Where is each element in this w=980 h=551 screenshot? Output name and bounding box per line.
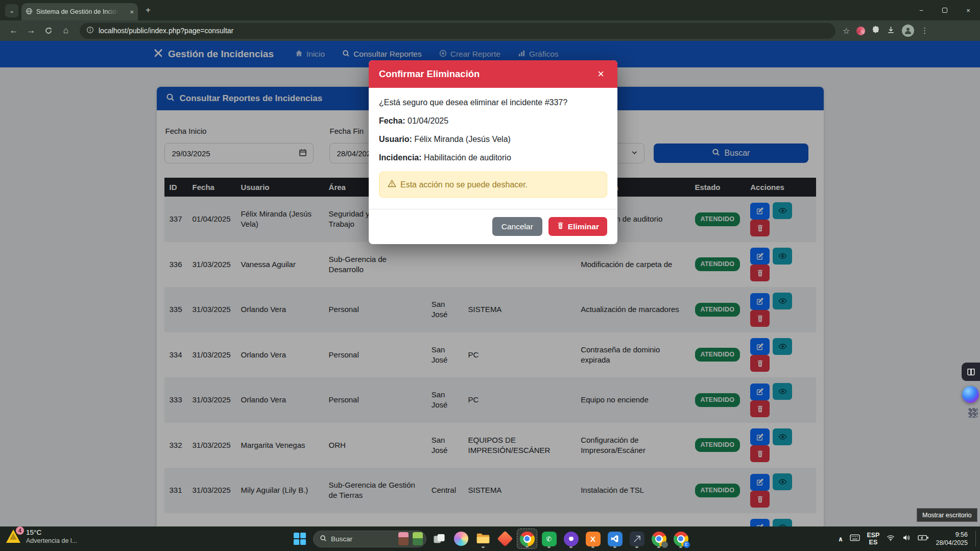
tab-close-icon[interactable]: × xyxy=(130,8,134,16)
app-diamond-icon xyxy=(499,533,511,544)
forward-icon[interactable]: → xyxy=(22,22,40,39)
profile-avatar[interactable] xyxy=(902,25,914,37)
tab-search-chevron-icon[interactable]: ⌄ xyxy=(5,4,18,17)
warning-icon xyxy=(388,179,396,190)
taskbar-search[interactable]: Buscar xyxy=(313,531,426,547)
screen: ⌄ Sistema de Gestión de Incidencias × + … xyxy=(0,0,980,551)
github-icon xyxy=(564,532,579,546)
warning-text: Esta acción no se puede deshacer. xyxy=(400,180,528,189)
back-icon[interactable]: ← xyxy=(5,22,22,39)
weather-temp: 15°C xyxy=(26,529,77,537)
window-close-button[interactable]: × xyxy=(957,0,980,20)
bookmark-star-icon[interactable]: ☆ xyxy=(843,26,850,36)
task-view-icon xyxy=(433,532,446,545)
file-explorer-taskbar-button[interactable] xyxy=(473,529,493,549)
weather-badge: 4 xyxy=(16,526,24,535)
whatsapp-icon: ✆ xyxy=(542,532,557,546)
show-desktop-button[interactable] xyxy=(975,531,976,546)
browser-toolbar: ← → ⌂ localhost/public/index.php?page=co… xyxy=(0,20,980,41)
edge-floating-widgets xyxy=(962,363,980,418)
file-explorer-icon xyxy=(476,532,490,546)
window-minimize-button[interactable]: − xyxy=(910,0,933,20)
mini-widget-icon[interactable] xyxy=(968,408,978,418)
chrome-profile2-taskbar-button[interactable]: E xyxy=(671,529,691,549)
browser-menu-icon[interactable]: ⋮ xyxy=(921,26,928,35)
taskbar-search-label: Buscar xyxy=(331,535,352,543)
widgets-taskbar-button[interactable] xyxy=(451,529,471,549)
tab-strip: ⌄ Sistema de Gestión de Incidencias × + … xyxy=(0,0,980,20)
dev-tool-taskbar-button[interactable] xyxy=(627,529,647,549)
search-icon xyxy=(320,535,327,543)
vscode-taskbar-button[interactable] xyxy=(605,529,625,549)
clock[interactable]: 9:5628/04/2025 xyxy=(936,531,968,547)
extensions-puzzle-icon[interactable] xyxy=(872,26,880,36)
reload-icon[interactable] xyxy=(40,22,57,39)
modal-question: ¿Está seguro que desea eliminar el incid… xyxy=(379,98,607,107)
browser-tab[interactable]: Sistema de Gestión de Incidencias × xyxy=(21,3,138,20)
confirm-delete-modal: Confirmar Eliminación × ¿Está seguro que… xyxy=(369,60,617,244)
weather-widget[interactable]: 4 15°C Advertencia de l... xyxy=(5,529,77,544)
modal-incidencia-row: Incidencia: Habilitación de auditorio xyxy=(379,153,607,162)
modal-close-icon[interactable]: × xyxy=(594,68,607,80)
touch-keyboard-icon[interactable] xyxy=(850,534,860,543)
chrome-profile2-icon: E xyxy=(674,532,688,546)
url-text: localhost/public/index.php?page=consulta… xyxy=(99,27,233,35)
chrome-profile-icon xyxy=(652,532,666,546)
chrome-taskbar-button[interactable] xyxy=(517,529,537,549)
warning-box: Esta acción no se puede deshacer. xyxy=(379,172,607,198)
cancel-button[interactable]: Cancelar xyxy=(492,217,542,236)
extension-colored-icon[interactable] xyxy=(856,27,865,35)
weather-alert: Advertencia de l... xyxy=(26,537,77,544)
modal-header: Confirmar Eliminación × xyxy=(369,60,617,88)
modal-fecha-row: Fecha: 01/04/2025 xyxy=(379,116,607,126)
delete-button[interactable]: Eliminar xyxy=(548,217,607,236)
weather-warning-icon: 4 xyxy=(5,529,21,544)
task-view-taskbar-button[interactable] xyxy=(429,529,449,549)
xampp-icon: X xyxy=(586,532,601,546)
modal-title: Confirmar Eliminación xyxy=(379,68,480,80)
taskbar: 4 15°C Advertencia de l... Buscar ✆XE ∧ … xyxy=(0,526,980,551)
tab-title: Sistema de Gestión de Incidencias xyxy=(36,8,118,15)
widgets-icon xyxy=(454,532,468,546)
tray-chevron-icon[interactable]: ∧ xyxy=(838,535,844,543)
battery-icon[interactable] xyxy=(918,534,929,543)
search-highlight-image[interactable] xyxy=(398,532,409,545)
url-bar[interactable]: localhost/public/index.php?page=consulta… xyxy=(80,23,835,39)
chrome-icon xyxy=(520,532,535,546)
modal-usuario-row: Usuario: Félix Miranda (Jesús Vela) xyxy=(379,135,607,144)
volume-icon[interactable] xyxy=(902,534,911,544)
vscode-icon xyxy=(608,532,623,546)
github-taskbar-button[interactable] xyxy=(561,529,581,549)
chrome-profile-taskbar-button[interactable] xyxy=(649,529,669,549)
downloads-icon[interactable] xyxy=(887,26,895,36)
site-info-icon[interactable] xyxy=(86,26,94,35)
new-tab-button[interactable]: + xyxy=(146,5,151,15)
whatsapp-taskbar-button[interactable]: ✆ xyxy=(539,529,559,549)
globe-icon xyxy=(26,8,33,16)
start-button[interactable] xyxy=(289,529,310,549)
app-diamond-taskbar-button[interactable] xyxy=(495,529,515,549)
xampp-taskbar-button[interactable]: X xyxy=(583,529,603,549)
window-restore-button[interactable] xyxy=(933,0,957,20)
search-highlight-image[interactable] xyxy=(413,532,423,545)
dev-tool-icon xyxy=(630,532,644,546)
sidebar-book-icon[interactable] xyxy=(962,363,980,381)
home-icon[interactable]: ⌂ xyxy=(57,22,75,39)
browser-chrome: ⌄ Sistema de Gestión de Incidencias × + … xyxy=(0,0,980,41)
assistant-ball-icon[interactable] xyxy=(962,386,979,403)
system-tray: ∧ ESPES 9:5628/04/2025 xyxy=(838,526,976,551)
show-desktop-tooltip: Mostrar escritorio xyxy=(917,508,977,522)
wifi-icon[interactable] xyxy=(886,534,895,544)
language-indicator[interactable]: ESPES xyxy=(867,532,879,546)
trash-icon xyxy=(557,222,564,231)
